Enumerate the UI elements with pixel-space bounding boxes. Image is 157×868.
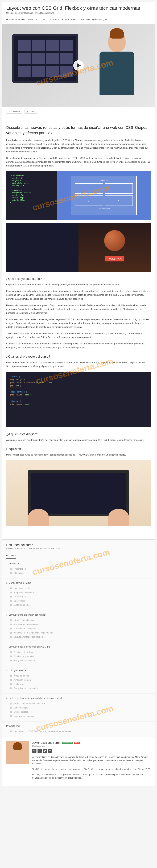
link-icon[interactable] xyxy=(32,749,36,753)
course-subtitle: Un curso de Javier Usobiaga Ferrer, Dise… xyxy=(6,12,151,14)
lesson-item[interactable]: Propiedades del contenido xyxy=(6,626,151,631)
unit-title[interactable]: 1 Introducción xyxy=(6,562,151,565)
lesson-item[interactable]: Áreas de retícula xyxy=(6,674,151,678)
teacher-avatar xyxy=(6,741,29,764)
unit-title[interactable]: 4 Layout en dos dimensiones con CSS grid xyxy=(6,646,151,648)
lesson-item[interactable]: Adaptación de objetos xyxy=(6,590,151,595)
lesson-item[interactable]: Funciones de retícula xyxy=(6,650,151,654)
instructor-photo xyxy=(93,31,141,100)
lesson-item[interactable]: Introducción a flexbox xyxy=(6,618,151,622)
lesson-item[interactable]: Custom properties xyxy=(6,603,151,607)
section-heading: ¿A quién está dirigido? xyxy=(6,432,151,436)
code-sample: .flex-container{ padding: 0; margin: 0; … xyxy=(6,171,57,220)
duration-meta: 2h 16m xyxy=(50,19,59,21)
teacher-bio: También disfruta mucho en su faceta como… xyxy=(32,768,151,771)
play-circle-icon xyxy=(10,587,12,590)
unit-title[interactable]: Proyecto final xyxy=(6,724,151,727)
unit-block: 3 Layout en una dimensión con flexboxInt… xyxy=(2,610,155,642)
play-circle-icon xyxy=(10,600,12,602)
lesson-item[interactable]: Inspiración y recursos xyxy=(6,714,151,718)
lesson-item[interactable]: Distribución y tamaño xyxy=(6,654,151,658)
project-examples-image: FULLSTACK xyxy=(6,223,151,272)
play-circle-icon xyxy=(10,675,12,677)
laptop-coding-image xyxy=(6,460,151,526)
play-circle-icon xyxy=(10,702,12,705)
unit-block: 4 Layout en dos dimensiones con CSS grid… xyxy=(2,642,155,666)
paragraph: Continuarás descubriendo las nuevas regl… xyxy=(6,317,151,329)
intro-heading: Descubre las nuevas retículas y otras fo… xyxy=(6,125,151,136)
lesson-item[interactable]: Anidación xyxy=(6,682,151,686)
lesson-item[interactable]: Grid y flexbox anidados xyxy=(6,658,151,663)
teacher-bio: Javier Usobiaga es diseñador web y desar… xyxy=(32,755,151,766)
paragraph: Conocerás brevemente las transformacione… xyxy=(6,342,151,349)
play-circle-icon xyxy=(10,655,12,658)
audio-icon xyxy=(62,19,64,21)
teacher-badge: PROFESOR xyxy=(62,742,73,744)
teacher-role: Diseñador web xyxy=(32,745,151,747)
flexbox-diagram-image: .flex-container{ padding: 0; margin: 0; … xyxy=(6,171,151,220)
twitter-button[interactable]: Twitter xyxy=(24,110,37,114)
meta-bar: 100% Valoraciones positivas (29) 681 2h … xyxy=(6,17,151,22)
paragraph: Realizarás un ejercicio libre con una o … xyxy=(6,361,151,368)
paragraph: Lo primero que harás será conocer a Javi… xyxy=(6,283,151,287)
unit-block: 2 Dando forma al layoutLas viewport unit… xyxy=(2,579,155,610)
play-circle-icon xyxy=(10,604,12,606)
hero-video[interactable] xyxy=(2,24,155,107)
tab-units[interactable]: UNIDADES xyxy=(6,553,16,559)
lesson-item[interactable]: Efectos parallax xyxy=(6,710,151,714)
lesson-item[interactable]: Layouts avanzados con flexbox xyxy=(6,635,151,639)
facebook-button[interactable]: Facebook xyxy=(6,110,22,114)
unit-title[interactable]: 5 CSS grid avanzado xyxy=(6,669,151,672)
social-row: Facebook Twitter xyxy=(2,107,155,116)
lesson-item[interactable]: Alineación en el eje principal y eje cru… xyxy=(6,631,151,635)
rating-meta: 100% Valoraciones positivas (29) xyxy=(6,19,37,21)
lesson-item[interactable]: CSS columns xyxy=(6,595,151,599)
unit-title[interactable]: 6 La tercera dimensión: profundidad y ef… xyxy=(6,697,151,700)
section-heading: ¿Cuál es el proyecto del curso? xyxy=(6,355,151,359)
play-circle-icon xyxy=(10,627,12,630)
lesson-item[interactable]: Grid y flexbox combinados xyxy=(6,686,151,690)
unit-title[interactable]: 3 Layout en una dimensión con flexbox xyxy=(6,614,151,616)
section-heading: ¿Qué incluye este curso? xyxy=(6,277,151,281)
course-title: Layout web con CSS Grid, Flexbox y otras… xyxy=(6,5,151,11)
lesson-item[interactable]: CSS shapes xyxy=(6,599,151,603)
paragraph: Javier te explicará más técnicas avanzad… xyxy=(6,332,151,339)
play-circle-icon xyxy=(10,623,12,626)
play-circle-icon xyxy=(10,651,12,653)
teacher-bio: Usobiaga entiende la web en su globalida… xyxy=(32,773,151,780)
unit-title[interactable]: 2 Dando forma al layout xyxy=(6,582,151,584)
play-circle-icon xyxy=(10,707,12,709)
instagram-icon[interactable] xyxy=(48,749,52,753)
paragraph: Si en el curso de Introducción al Desarr… xyxy=(6,156,151,168)
thumb-icon xyxy=(6,19,8,21)
play-circle-icon xyxy=(10,636,12,638)
play-circle-icon xyxy=(10,619,12,621)
summary-subtitle: Contenidos, ejercicios y proyectos relac… xyxy=(6,547,151,550)
play-circle-icon xyxy=(10,730,12,733)
lesson-item[interactable]: Propiedades del contenedor xyxy=(6,622,151,626)
behance-icon[interactable] xyxy=(37,749,42,753)
lesson-item[interactable]: Layout web con CSS Grid, Flexbox y otras… xyxy=(6,729,151,734)
lesson-item[interactable]: Las viewport units xyxy=(6,586,151,590)
play-circle-icon xyxy=(10,711,12,713)
user-icon xyxy=(40,19,42,21)
paragraph: La web vive en un cambio constante y con… xyxy=(6,138,151,154)
play-circle-icon xyxy=(10,687,12,689)
lesson-item[interactable]: Alineación y orden xyxy=(6,678,151,682)
summary-title: Resumen del curso xyxy=(6,543,151,547)
lesson-item[interactable]: Presentación xyxy=(6,567,151,571)
paragraph: Descubrirás la revolución que ha supuest… xyxy=(6,304,151,315)
code-editor-image: .header { display: grid; grid-template-c… xyxy=(6,372,151,427)
twitter-icon[interactable] xyxy=(43,749,47,753)
unit-block: 1 IntroducciónPresentaciónInfluencias xyxy=(2,559,155,579)
play-circle-icon xyxy=(10,631,12,634)
teacher-social xyxy=(32,749,151,753)
lesson-item[interactable]: Introducción a transformaciones 3D xyxy=(6,702,151,706)
play-circle-icon xyxy=(10,659,12,662)
unit-block: Proyecto finalLayout web con CSS Grid, F… xyxy=(2,721,155,737)
students-meta: 681 xyxy=(40,19,46,21)
play-button[interactable] xyxy=(73,60,84,71)
lesson-item[interactable]: Influencias xyxy=(6,571,151,575)
lesson-item[interactable]: Cabeceras fijas xyxy=(6,706,151,710)
pro-badge: PRO xyxy=(74,742,80,744)
